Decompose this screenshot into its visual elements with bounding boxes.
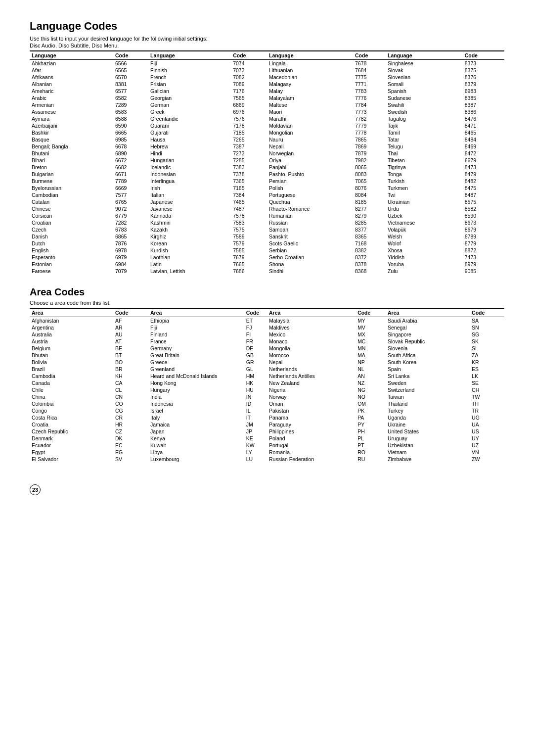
language-name: Burmese	[30, 178, 113, 185]
area-col-4: Area Code Saudi ArabiaSASenegalSNSingapo…	[386, 309, 504, 463]
table-row: Lithuanian7684	[267, 67, 386, 74]
language-codes-intro2: Disc Audio, Disc Subtitle, Disc Menu.	[30, 43, 504, 48]
table-row: Slovak RepublicSK	[386, 338, 504, 345]
language-name: Sindhi	[267, 268, 353, 275]
area-code: MC	[356, 338, 386, 345]
language-name: Yiddish	[386, 254, 463, 261]
language-name: German	[148, 101, 231, 108]
language-name: Urdu	[386, 205, 463, 212]
table-row: Ukrainian8575	[386, 198, 504, 205]
table-row: Finnish7073	[148, 67, 267, 74]
table-row: Mongolian7778	[267, 129, 386, 136]
language-code: 6570	[113, 74, 148, 81]
area-name: Denmark	[30, 435, 113, 442]
language-name: Kurdish	[148, 247, 231, 254]
area-name: Netherlands Antilles	[267, 373, 356, 379]
table-row: Tagalog8476	[386, 115, 504, 122]
language-name: Tajik	[386, 122, 463, 129]
language-name: Kirghiz	[148, 233, 231, 240]
area-col2-header-code: Code	[244, 309, 267, 317]
language-code: 6682	[113, 164, 148, 171]
table-row: TaiwanTW	[386, 393, 504, 400]
area-name: Argentina	[30, 324, 113, 331]
language-name: Pashto, Pushto	[267, 171, 353, 178]
language-name: Slovak	[386, 67, 463, 74]
table-row: Persian7065	[267, 178, 386, 185]
language-name: Breton	[30, 164, 113, 171]
language-code: 7778	[353, 129, 386, 136]
area-code: ET	[244, 317, 267, 325]
language-code: 7365	[231, 178, 267, 185]
area-name: Netherlands	[267, 366, 356, 373]
table-row: Bulgarian6671	[30, 171, 148, 178]
area-name: Germany	[148, 345, 244, 352]
area-name: Heard and McDonald Islands	[148, 373, 244, 379]
table-row: GermanyDE	[148, 345, 267, 352]
area-name: China	[30, 393, 113, 400]
language-code: 8386	[463, 108, 504, 115]
table-row: Lingala7678	[267, 60, 386, 67]
language-code: 7578	[231, 212, 267, 219]
table-row: Tonga8479	[386, 171, 504, 178]
area-name: Hong Kong	[148, 379, 244, 386]
table-row: AustriaAT	[30, 338, 148, 345]
table-row: Czech RepublicCZ	[30, 428, 148, 435]
table-row: Faroese7079	[30, 268, 148, 275]
table-row: EcuadorEC	[30, 442, 148, 449]
area-code: SG	[470, 331, 504, 338]
language-name: Frisian	[148, 81, 231, 88]
language-code: 7465	[231, 198, 267, 205]
area-code: EC	[113, 442, 148, 449]
language-name: Esperanto	[30, 254, 113, 261]
area-code: HM	[244, 373, 267, 379]
table-row: Tajik8471	[386, 122, 504, 129]
table-row: Hindi7273	[148, 150, 267, 157]
language-col-1: Language Code Abkhazian6566Afar6565Afrik…	[30, 51, 148, 275]
language-name: Nepali	[267, 143, 353, 150]
table-row: Polish8076	[267, 185, 386, 191]
area-name: Romania	[267, 449, 356, 456]
table-row: Sudanese8385	[386, 94, 504, 101]
area-code: KH	[113, 373, 148, 379]
area-name: Ecuador	[30, 442, 113, 449]
language-name: Korean	[148, 240, 231, 247]
language-name: Ameharic	[30, 88, 113, 94]
language-name: Latvian, Lettish	[148, 268, 231, 275]
area-name: Paraguay	[267, 421, 356, 428]
area-name: Philippines	[267, 428, 356, 435]
table-row: Telugu8469	[386, 143, 504, 150]
language-code: 7473	[463, 254, 504, 261]
language-code: 7579	[231, 240, 267, 247]
table-row: Abkhazian6566	[30, 60, 148, 67]
area-name: El Salvador	[30, 456, 113, 463]
lang-col3-header-lang: Language	[267, 51, 353, 60]
area-code: CG	[113, 407, 148, 414]
language-name: Persian	[267, 178, 353, 185]
language-code: 6979	[113, 254, 148, 261]
language-code: 7585	[231, 247, 267, 254]
language-code: 8465	[463, 129, 504, 136]
language-code: 6983	[463, 88, 504, 94]
table-row: Fiji7074	[148, 60, 267, 67]
table-row: LuxembourgLU	[148, 456, 267, 463]
area-code: RO	[356, 449, 386, 456]
area-col2-header-area: Area	[148, 309, 244, 317]
table-row: Hungarian7285	[148, 157, 267, 164]
language-code: 6869	[231, 101, 267, 108]
language-name: Rumanian	[267, 212, 353, 219]
table-row: ItalyIT	[148, 414, 267, 421]
table-row: Catalan6765	[30, 198, 148, 205]
area-name: Austria	[30, 338, 113, 345]
area-code: CA	[113, 379, 148, 386]
area-code: NP	[356, 359, 386, 366]
language-code: 6779	[113, 212, 148, 219]
language-code: 7686	[231, 268, 267, 275]
area-name: Ethiopia	[148, 317, 244, 325]
language-name: Zulu	[386, 268, 463, 275]
area-col3-header-code: Code	[356, 309, 386, 317]
language-code: 7679	[231, 254, 267, 261]
language-code: 8373	[463, 60, 504, 67]
table-row: Turkmen8475	[386, 185, 504, 191]
language-name: Galician	[148, 88, 231, 94]
table-row: BelgiumBE	[30, 345, 148, 352]
